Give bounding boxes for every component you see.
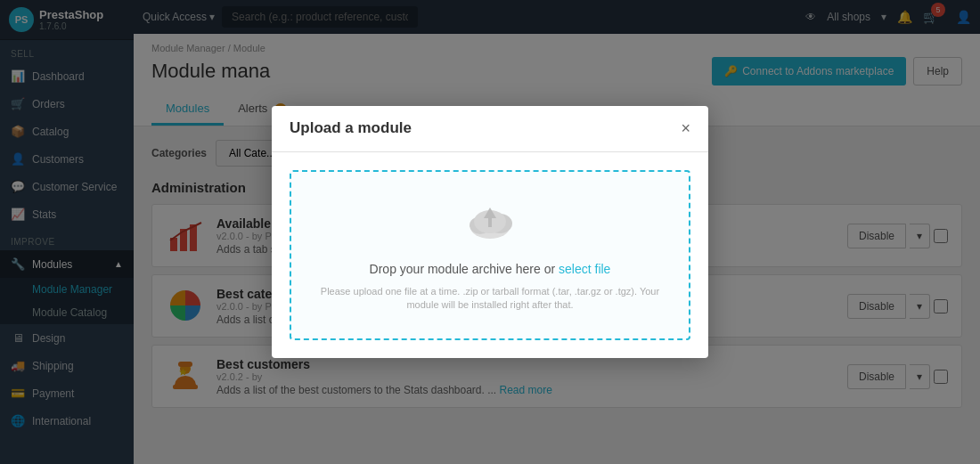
select-file-link[interactable]: select file xyxy=(559,262,610,276)
upload-drop-zone[interactable]: Drop your module archive here or select … xyxy=(290,170,690,341)
drop-text: Drop your module archive here or xyxy=(370,262,559,276)
cloud-upload-svg xyxy=(466,199,515,243)
modal-header: Upload a module × xyxy=(272,106,708,152)
modal-body: Drop your module archive here or select … xyxy=(272,152,708,359)
upload-cloud-icon xyxy=(309,199,671,251)
upload-hint: Please upload one file at a time. .zip o… xyxy=(309,285,671,313)
app-wrapper: PS PrestaShop 1.7.6.0 SELL 📊 Dashboard 🛒… xyxy=(0,0,980,464)
svg-rect-13 xyxy=(488,216,492,227)
modal-overlay[interactable]: Upload a module × xyxy=(0,0,980,464)
upload-text: Drop your module archive here or select … xyxy=(309,262,671,276)
modal-close-button[interactable]: × xyxy=(681,119,690,138)
upload-modal: Upload a module × xyxy=(272,106,708,359)
modal-title: Upload a module xyxy=(290,119,412,137)
